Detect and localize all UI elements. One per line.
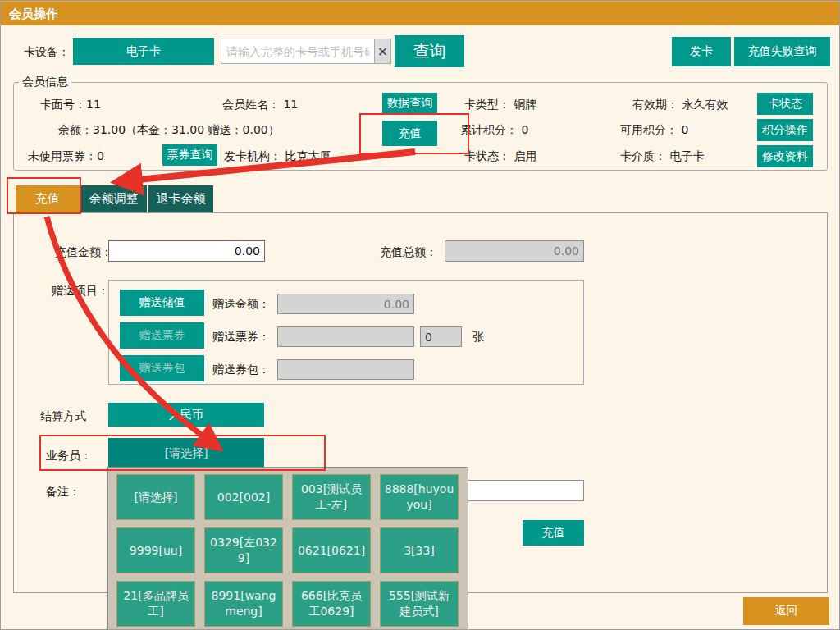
salesperson-option[interactable]: 8991[wangmeng] [204,581,283,627]
card-status-field: 卡状态： 启用 [464,149,536,164]
gift-amount-input [277,294,414,314]
tab-refund-balance[interactable]: 退卡余额 [148,185,213,212]
window-title: 会员操作 [1,1,840,25]
card-device-button[interactable]: 电子卡 [73,38,214,65]
gift-ticket-label: 赠送票券： [212,330,270,345]
recharge-amount-label: 充值金额： [55,245,112,260]
gift-package-label: 赠送券包： [212,363,270,377]
salesperson-option[interactable]: 666[比克员工0629] [292,581,371,627]
gift-value-button[interactable]: 赠送储值 [120,290,204,316]
issuer-field: 发卡机构： 比克大厦 [224,149,331,164]
recharge-amount-input[interactable] [108,240,265,262]
gift-ticket-input [277,326,414,347]
recharge-total-label: 充值总额： [380,245,437,260]
settlement-label: 结算方式 [40,409,86,424]
gift-section-label: 赠送项目： [52,284,109,299]
salesperson-dropdown-grid: [请选择]002[002]003[测试员工-左]8888[huyouyou]99… [107,467,468,630]
salesperson-option[interactable]: 0329[左0329] [204,527,283,573]
ticket-unit-label: 张 [472,330,484,345]
card-search-input[interactable] [221,39,374,63]
query-button[interactable]: 查询 [395,35,464,67]
member-recharge-button[interactable]: 充值 [382,121,437,146]
member-info-legend: 会员信息 [19,75,71,89]
card-search-box: × [221,39,391,64]
salesperson-label: 业务员： [46,449,92,463]
balance-field: 余额：31.00（本金：31.00 赠送：0.00） [58,123,280,138]
modify-info-button[interactable]: 修改资料 [757,145,813,167]
gift-package-input [277,359,414,380]
data-query-button[interactable]: 数据查询 [382,93,437,114]
gift-ticket-button[interactable]: 赠送票券 [120,322,204,349]
card-state-button[interactable]: 卡状态 [757,93,813,115]
card-device-label: 卡设备： [24,45,70,60]
remark-label: 备注： [46,485,80,500]
points-operation-button[interactable]: 积分操作 [757,119,813,141]
salesperson-option[interactable]: 0621[0621] [292,527,371,573]
ticket-query-button[interactable]: 票券查询 [162,144,217,166]
recharge-total-input [445,240,584,262]
ticket-count-input [420,326,462,347]
total-points-field: 累计积分： 0 [460,123,528,138]
card-type-field: 卡类型： 铜牌 [464,98,536,112]
back-button[interactable]: 返回 [743,597,829,625]
salesperson-select-button[interactable]: [请选择] [108,438,264,468]
salesperson-option[interactable]: 003[测试员工-左] [292,474,371,520]
salesperson-option[interactable]: 002[002] [204,474,283,520]
recharge-submit-button[interactable]: 充值 [523,520,584,546]
gift-package-button[interactable]: 赠送券包 [120,355,204,381]
card-no-field: 卡面号：11 [40,98,101,112]
tab-balance-adjust[interactable]: 余额调整 [80,185,147,212]
validity-field: 有效期： 永久有效 [632,98,728,112]
salesperson-option[interactable]: [请选择] [116,474,195,520]
gift-amount-label: 赠送金额： [212,297,270,312]
salesperson-option[interactable]: 555[测试新建员式] [380,581,459,627]
member-name-field: 会员姓名： 11 [222,98,298,112]
settlement-button[interactable]: 人民币 [108,403,264,427]
card-medium-field: 卡介质： 电子卡 [620,149,704,164]
recharge-fail-query-button[interactable]: 充值失败查询 [734,37,830,66]
salesperson-option[interactable]: 3[33] [380,527,459,573]
salesperson-option[interactable]: 21[多品牌员工] [116,581,195,627]
tab-recharge[interactable]: 充值 [16,185,80,212]
salesperson-option[interactable]: 9999[uu] [116,527,195,573]
unused-tickets-field: 未使用票券：0 [28,149,104,164]
salesperson-option[interactable]: 8888[huyouyou] [380,474,459,520]
issue-card-button[interactable]: 发卡 [672,37,731,66]
available-points-field: 可用积分： 0 [620,123,688,138]
clear-icon[interactable]: × [374,39,390,63]
member-operation-window: 会员操作 卡设备： 电子卡 × 查询 发卡 充值失败查询 会员信息 卡面号：11… [0,0,840,630]
